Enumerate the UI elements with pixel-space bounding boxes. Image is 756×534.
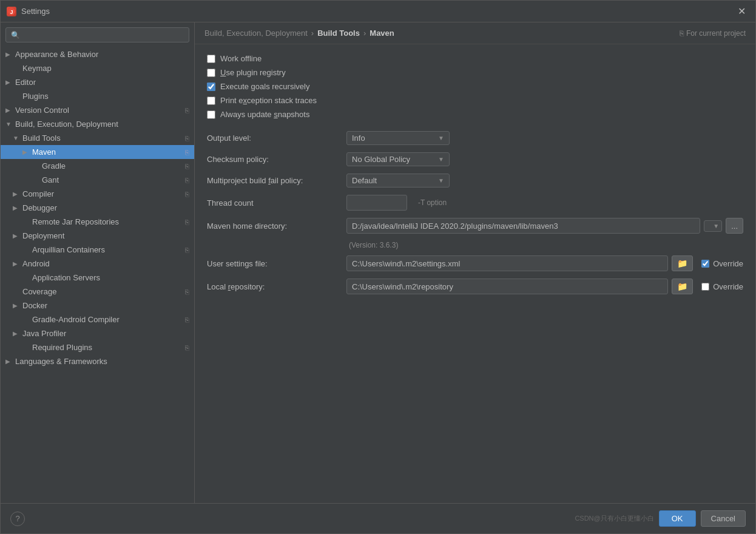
sidebar-item-coverage[interactable]: Coverage ⎘ bbox=[1, 285, 194, 299]
thread-count-input[interactable] bbox=[346, 195, 407, 211]
sidebar-item-label: Gant bbox=[42, 175, 59, 184]
watermark-label: CSDN@只有小白更懂小白 bbox=[575, 514, 653, 523]
sidebar-item-label: Version Control bbox=[15, 106, 69, 115]
local-repository-row: Local repository: 📁 Override bbox=[207, 279, 743, 294]
sidebar-item-label: Deployment bbox=[22, 231, 64, 240]
sidebar-item-languages[interactable]: ▶ Languages & Frameworks bbox=[1, 354, 194, 368]
multiproject-fail-dropdown[interactable]: Default ▼ bbox=[346, 174, 450, 188]
output-level-label: Output level: bbox=[207, 134, 340, 143]
sidebar-item-label: Editor bbox=[15, 78, 36, 87]
local-repository-override: Override bbox=[701, 282, 743, 291]
breadcrumb: Build, Execution, Deployment › Build Too… bbox=[195, 22, 755, 44]
output-level-dropdown[interactable]: Info ▼ bbox=[346, 131, 450, 145]
sidebar-item-android[interactable]: ▶ Android bbox=[1, 257, 194, 271]
expand-arrow-icon: ▶ bbox=[5, 51, 13, 58]
help-button[interactable]: ? bbox=[10, 512, 25, 526]
work-offline-row: Work offline bbox=[207, 54, 743, 63]
expand-arrow-icon: ▶ bbox=[13, 191, 20, 197]
sidebar-item-debugger[interactable]: ▶ Debugger bbox=[1, 201, 194, 215]
folder-icon: 📁 bbox=[677, 282, 687, 291]
print-exception-checkbox[interactable] bbox=[207, 96, 215, 105]
user-settings-override-checkbox[interactable] bbox=[701, 260, 709, 268]
search-icon: 🔍 bbox=[11, 31, 20, 39]
expand-arrow-icon: ▶ bbox=[13, 204, 20, 211]
breadcrumb-separator2: › bbox=[363, 29, 366, 38]
print-exception-row: Print exception stack traces bbox=[207, 96, 743, 105]
checksum-policy-dropdown[interactable]: No Global Policy ▼ bbox=[346, 152, 450, 166]
sidebar-item-gradle[interactable]: Gradle ⎘ bbox=[1, 159, 194, 173]
sidebar-item-plugins[interactable]: Plugins bbox=[1, 89, 194, 103]
cancel-button[interactable]: Cancel bbox=[701, 510, 746, 527]
dropdown-arrow-icon: ▼ bbox=[438, 135, 444, 141]
expand-arrow-icon: ▶ bbox=[13, 330, 20, 337]
execute-goals-checkbox[interactable] bbox=[207, 83, 215, 91]
user-settings-input[interactable] bbox=[346, 255, 668, 271]
search-box[interactable]: 🔍 bbox=[5, 27, 189, 42]
sidebar-item-appearance[interactable]: ▶ Appearance & Behavior bbox=[1, 47, 194, 61]
t-option-label: -T option bbox=[418, 198, 447, 207]
sidebar-item-label: Compiler bbox=[22, 189, 54, 198]
thread-count-label: Thread count bbox=[207, 198, 340, 208]
app-icon: J bbox=[7, 7, 16, 16]
local-repository-override-label: Override bbox=[713, 282, 743, 291]
breadcrumb-separator: › bbox=[311, 29, 314, 38]
sidebar-item-gradle-android[interactable]: Gradle-Android Compiler ⎘ bbox=[1, 313, 194, 326]
maven-home-browse-button[interactable]: ... bbox=[726, 218, 743, 234]
sidebar-item-label: Languages & Frameworks bbox=[15, 357, 107, 366]
sidebar-item-compiler[interactable]: ▶ Compiler ⎘ bbox=[1, 187, 194, 201]
copy-icon: ⎘ bbox=[185, 344, 189, 351]
for-project-label: ⎘ For current project bbox=[680, 29, 746, 38]
execute-goals-label: Execute goals recursively bbox=[220, 82, 309, 91]
search-input[interactable] bbox=[24, 30, 184, 39]
sidebar-item-app-servers[interactable]: Application Servers bbox=[1, 271, 194, 285]
sidebar-item-remote-jar[interactable]: Remote Jar Repositories ⎘ bbox=[1, 215, 194, 229]
multiproject-fail-row: Multiproject build fail policy: Default … bbox=[207, 174, 743, 188]
sidebar-item-arquillian[interactable]: Arquillian Containers ⎘ bbox=[1, 243, 194, 257]
user-settings-browse-button[interactable]: 📁 bbox=[672, 255, 693, 271]
close-button[interactable]: ✕ bbox=[734, 4, 749, 18]
sidebar-item-build-exec[interactable]: ▼ Build, Execution, Deployment bbox=[1, 117, 194, 131]
always-update-checkbox[interactable] bbox=[207, 110, 215, 119]
sidebar-item-docker[interactable]: ▶ Docker bbox=[1, 299, 194, 313]
copy-icon: ⎘ bbox=[680, 29, 684, 38]
local-repository-label: Local repository: bbox=[207, 282, 340, 291]
copy-icon: ⎘ bbox=[185, 177, 189, 184]
breadcrumb-part3: Maven bbox=[370, 29, 394, 38]
breadcrumb-part2: Build Tools bbox=[317, 29, 360, 38]
local-repository-browse-button[interactable]: 📁 bbox=[672, 279, 693, 294]
output-level-value: Info bbox=[352, 134, 365, 143]
checksum-policy-row: Checksum policy: No Global Policy ▼ bbox=[207, 152, 743, 166]
title-bar: J Settings ✕ bbox=[1, 1, 755, 22]
local-repository-override-checkbox[interactable] bbox=[701, 283, 709, 291]
multiproject-fail-value: Default bbox=[352, 176, 377, 185]
always-update-label: Always update snapshots bbox=[220, 110, 309, 119]
sidebar-item-label: Build Tools bbox=[22, 134, 61, 143]
sidebar-item-maven[interactable]: ▶ Maven ⎘ bbox=[1, 145, 194, 159]
user-settings-label: User settings file: bbox=[207, 259, 340, 268]
sidebar-item-editor[interactable]: ▶ Editor bbox=[1, 75, 194, 89]
use-plugin-registry-checkbox[interactable] bbox=[207, 69, 215, 77]
sidebar-item-label: Android bbox=[22, 259, 50, 268]
sidebar-item-java-profiler[interactable]: ▶ Java Profiler bbox=[1, 326, 194, 340]
sidebar-item-label: Arquillian Containers bbox=[32, 245, 105, 254]
user-settings-row: User settings file: 📁 Override bbox=[207, 255, 743, 271]
user-settings-override-label: Override bbox=[713, 259, 743, 268]
sidebar-item-build-tools[interactable]: ▼ Build Tools ⎘ bbox=[1, 131, 194, 145]
local-repository-input[interactable] bbox=[346, 279, 668, 294]
always-update-row: Always update snapshots bbox=[207, 110, 743, 119]
sidebar-item-required-plugins[interactable]: Required Plugins ⎘ bbox=[1, 340, 194, 354]
sidebar-item-label: Application Servers bbox=[32, 273, 100, 282]
sidebar-item-deployment[interactable]: ▶ Deployment bbox=[1, 229, 194, 243]
sidebar-item-version-control[interactable]: ▶ Version Control ⎘ bbox=[1, 103, 194, 117]
work-offline-checkbox[interactable] bbox=[207, 55, 215, 63]
ok-button[interactable]: OK bbox=[659, 510, 696, 527]
user-settings-override: Override bbox=[701, 259, 743, 268]
expand-arrow-icon: ▶ bbox=[13, 260, 20, 267]
maven-home-row: Maven home directory: ▼ ... bbox=[207, 218, 743, 234]
copy-icon: ⎘ bbox=[185, 149, 189, 156]
sidebar-item-gant[interactable]: Gant ⎘ bbox=[1, 173, 194, 187]
sidebar-item-keymap[interactable]: Keymap bbox=[1, 61, 194, 75]
maven-home-input[interactable] bbox=[346, 218, 700, 234]
maven-home-select-arrow[interactable]: ▼ bbox=[704, 220, 722, 232]
thread-count-row: Thread count -T option bbox=[207, 195, 743, 211]
